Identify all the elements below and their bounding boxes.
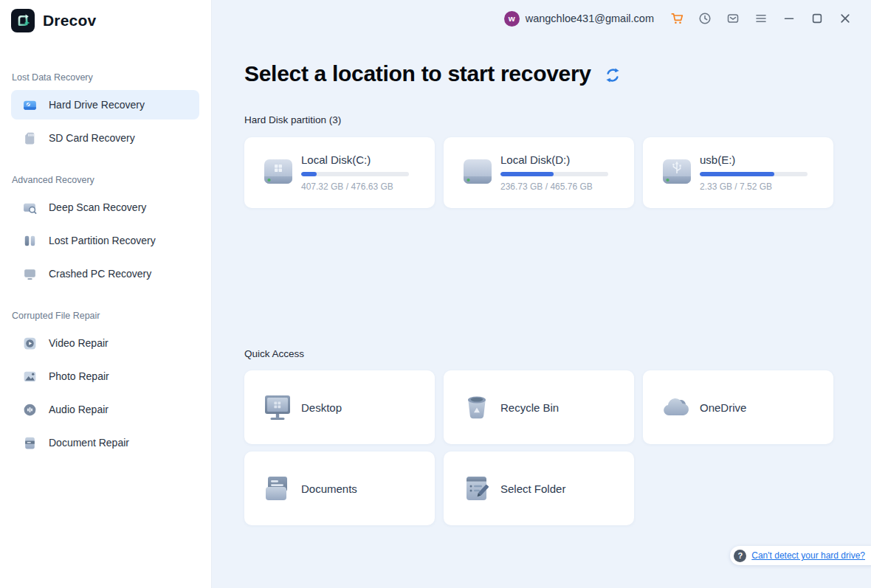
avatar: w <box>504 11 520 27</box>
sidebar-item-photo-repair[interactable]: Photo Repair <box>11 362 199 391</box>
drive-card-d[interactable]: Local Disk(D:) 236.73 GB / 465.76 GB <box>444 137 634 208</box>
drive-name: usb(E:) <box>700 153 810 166</box>
quick-label: Desktop <box>301 401 342 414</box>
menu-icon <box>754 12 768 25</box>
sidebar-item-label: Document Repair <box>49 437 129 449</box>
sidebar-item-sd-card-recovery[interactable]: SD Card Recovery <box>11 123 199 153</box>
deep-scan-icon <box>22 200 38 215</box>
sd-card-icon <box>22 131 38 146</box>
quick-label: OneDrive <box>700 401 746 414</box>
help-icon: ? <box>734 550 746 562</box>
hard-drive-icon <box>22 97 38 113</box>
section-label: Corrupted File Repair <box>11 311 199 321</box>
sidebar-item-video-repair[interactable]: Video Repair <box>11 328 199 358</box>
cart-icon <box>670 12 684 25</box>
quick-card-recycle-bin[interactable]: Recycle Bin <box>444 370 634 444</box>
minimize-icon <box>782 12 796 25</box>
page-title-row: Select a location to start recovery <box>244 61 833 86</box>
sidebar-item-crashed-pc-recovery[interactable]: Crashed PC Recovery <box>11 259 199 288</box>
hard-disk-icon <box>261 155 296 190</box>
sidebar-section-lost-data-recovery: Lost Data Recovery Hard Drive Recovery <box>11 72 199 153</box>
help-link[interactable]: Can't detect your hard drive? <box>751 550 865 561</box>
sidebar-section-corrupted-file-repair: Corrupted File Repair Video Repair <box>11 311 199 457</box>
quick-card-desktop[interactable]: Desktop <box>244 370 435 444</box>
hard-disk-section-heading: Hard Disk partition (3) <box>244 114 833 125</box>
main-panel: w wangchloe431@gmail.com <box>212 0 871 588</box>
app-name: Drecov <box>43 12 96 30</box>
brand: Drecov <box>11 6 199 35</box>
video-icon <box>22 336 38 351</box>
sidebar-section-advanced-recovery: Advanced Recovery Deep Scan Recovery <box>11 175 199 288</box>
usb-drive-icon <box>659 155 695 190</box>
content: Select a location to start recovery Hard… <box>212 61 871 525</box>
onedrive-cloud-icon <box>658 390 694 425</box>
sidebar-item-document-repair[interactable]: Document Repair <box>11 428 199 457</box>
hard-disk-icon <box>460 155 495 190</box>
refresh-icon[interactable] <box>604 66 622 84</box>
history-button[interactable] <box>691 7 719 30</box>
close-button[interactable] <box>831 7 859 30</box>
desktop-icon <box>260 390 295 425</box>
drive-usage-bar <box>500 172 608 176</box>
drive-usage-bar <box>301 172 409 176</box>
quick-access-heading: Quick Access <box>244 348 833 359</box>
sidebar-item-label: SD Card Recovery <box>49 132 135 144</box>
audio-icon <box>22 402 38 418</box>
sidebar-item-label: Lost Partition Recovery <box>49 235 156 246</box>
menu-button[interactable] <box>747 7 775 30</box>
topbar: w wangchloe431@gmail.com <box>212 0 871 37</box>
documents-icon <box>260 471 295 506</box>
account-email: wangchloe431@gmail.com <box>526 13 654 24</box>
drive-name: Local Disk(C:) <box>301 153 412 166</box>
quick-label: Documents <box>301 482 357 495</box>
sidebar-item-label: Hard Drive Recovery <box>49 99 145 111</box>
history-icon <box>698 12 712 25</box>
app-window: Drecov Lost Data Recovery Hard Drive Rec… <box>0 0 871 588</box>
minimize-button[interactable] <box>775 7 803 30</box>
select-folder-icon <box>459 471 495 506</box>
sidebar-item-label: Video Repair <box>49 337 109 349</box>
quick-card-documents[interactable]: Documents <box>244 452 435 525</box>
help-pill[interactable]: ? Can't detect your hard drive? <box>730 546 871 565</box>
page-title: Select a location to start recovery <box>244 61 591 86</box>
drive-grid: Local Disk(C:) 407.32 GB / 476.63 GB Loc… <box>244 137 833 208</box>
sidebar-item-audio-repair[interactable]: Audio Repair <box>11 395 199 424</box>
quick-label: Recycle Bin <box>500 401 559 414</box>
sidebar: Drecov Lost Data Recovery Hard Drive Rec… <box>0 0 212 588</box>
account[interactable]: w wangchloe431@gmail.com <box>504 11 654 27</box>
sidebar-item-label: Audio Repair <box>49 404 109 415</box>
quick-card-onedrive[interactable]: OneDrive <box>643 370 833 444</box>
drive-size: 2.33 GB / 7.52 GB <box>700 181 810 192</box>
crashed-pc-icon <box>22 266 38 282</box>
maximize-icon <box>810 12 824 25</box>
mail-icon <box>726 12 740 25</box>
quick-card-select-folder[interactable]: Select Folder <box>444 452 634 525</box>
sidebar-item-label: Crashed PC Recovery <box>49 268 151 280</box>
maximize-button[interactable] <box>803 7 831 30</box>
drive-size: 236.73 GB / 465.76 GB <box>500 181 611 192</box>
sidebar-item-deep-scan-recovery[interactable]: Deep Scan Recovery <box>11 193 199 222</box>
quick-label: Select Folder <box>500 482 565 495</box>
recycle-bin-icon <box>459 390 495 425</box>
section-label: Advanced Recovery <box>11 175 199 185</box>
sidebar-item-label: Deep Scan Recovery <box>49 201 146 213</box>
quick-access-grid: Desktop Recycle Bin <box>244 370 842 525</box>
drive-size: 407.32 GB / 476.63 GB <box>301 181 412 192</box>
drive-usage-bar <box>700 172 808 176</box>
sidebar-item-label: Photo Repair <box>49 370 109 382</box>
cart-button[interactable] <box>663 7 691 30</box>
app-logo-icon <box>11 9 35 32</box>
drive-card-e[interactable]: usb(E:) 2.33 GB / 7.52 GB <box>643 137 833 208</box>
drive-card-c[interactable]: Local Disk(C:) 407.32 GB / 476.63 GB <box>244 137 435 208</box>
mail-button[interactable] <box>719 7 747 30</box>
sidebar-item-hard-drive-recovery[interactable]: Hard Drive Recovery <box>11 90 199 120</box>
document-icon <box>22 435 38 451</box>
photo-icon <box>22 369 38 384</box>
drive-name: Local Disk(D:) <box>500 153 611 166</box>
close-icon <box>839 12 852 25</box>
sidebar-item-lost-partition-recovery[interactable]: Lost Partition Recovery <box>11 226 199 255</box>
section-label: Lost Data Recovery <box>11 72 199 83</box>
partition-icon <box>22 233 38 249</box>
